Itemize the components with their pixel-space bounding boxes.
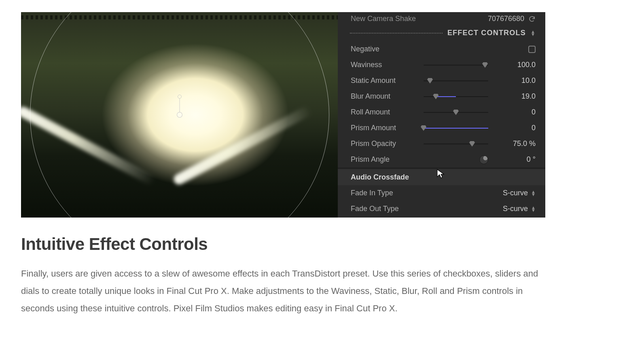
param-value[interactable]: 0 °	[493, 155, 536, 164]
dropdown-value: S-curve	[503, 189, 528, 197]
param-static-amount: Static Amount 10.0	[338, 73, 545, 89]
param-fade-out-type: Fade Out Type S-curve ▲▼	[338, 201, 545, 217]
param-label: Fade Out Type	[351, 205, 419, 213]
prism-angle-dial[interactable]	[479, 155, 488, 164]
param-label: Blur Amount	[351, 92, 419, 101]
dropdown-value: S-curve	[503, 205, 528, 213]
onscreen-control-center-handle[interactable]	[177, 112, 182, 118]
param-prism-angle: Prism Angle 0 °	[338, 152, 545, 167]
refresh-icon[interactable]	[528, 15, 536, 23]
prism-opacity-slider[interactable]	[424, 139, 488, 149]
fade-out-dropdown[interactable]: S-curve ▲▼	[479, 205, 536, 213]
waviness-slider[interactable]	[424, 60, 488, 70]
fade-in-dropdown[interactable]: S-curve ▲▼	[479, 189, 536, 197]
param-value[interactable]: 19.0	[493, 92, 536, 101]
param-waviness: Waviness 100.0	[338, 57, 545, 73]
param-prism-amount: Prism Amount 0	[338, 120, 545, 136]
param-prism-opacity: Prism Opacity 75.0 %	[338, 136, 545, 152]
param-value[interactable]: 10.0	[493, 76, 536, 85]
effect-id: 707676680	[488, 15, 524, 23]
subsection-title: Audio Crossfade	[351, 173, 409, 182]
roll-slider[interactable]	[424, 108, 488, 117]
param-value[interactable]: 75.0 %	[493, 139, 536, 148]
article-heading: Intuitive Effect Controls	[21, 235, 623, 254]
param-label: Prism Amount	[351, 124, 419, 132]
article-body: Finally, users are given access to a sle…	[21, 265, 547, 317]
effect-inspector: New Camera Shake 707676680 EFFECT CONTRO…	[338, 12, 545, 218]
param-roll-amount: Roll Amount 0	[338, 104, 545, 120]
param-label: Roll Amount	[351, 108, 419, 116]
param-value[interactable]: 0	[493, 108, 536, 116]
param-label: Waviness	[351, 61, 419, 69]
audio-crossfade-header[interactable]: Audio Crossfade	[338, 169, 545, 185]
dropdown-arrows-icon: ▲▼	[531, 190, 536, 196]
blur-slider[interactable]	[424, 92, 488, 101]
effect-name: New Camera Shake	[351, 15, 416, 23]
param-label: Static Amount	[351, 76, 419, 85]
param-value[interactable]: 0	[493, 124, 536, 132]
disclosure-arrows-icon[interactable]: ▲▼	[531, 30, 536, 36]
app-screenshot: New Camera Shake 707676680 EFFECT CONTRO…	[21, 12, 545, 218]
dotted-rule	[350, 33, 443, 34]
param-fade-in-type: Fade In Type S-curve ▲▼	[338, 185, 545, 201]
param-label: Negative	[351, 45, 419, 53]
static-slider[interactable]	[424, 76, 488, 86]
effect-controls-header[interactable]: EFFECT CONTROLS ▲▼	[338, 27, 545, 41]
dropdown-arrows-icon: ▲▼	[531, 206, 536, 212]
param-label: Fade In Type	[351, 189, 419, 197]
param-label: Prism Angle	[351, 155, 419, 164]
param-blur-amount: Blur Amount 19.0	[338, 89, 545, 104]
param-value[interactable]: 100.0	[493, 61, 536, 69]
prism-slider[interactable]	[424, 123, 488, 133]
video-preview[interactable]	[21, 12, 338, 218]
negative-checkbox[interactable]	[528, 46, 536, 53]
param-negative: Negative	[338, 41, 545, 57]
section-title: EFFECT CONTROLS	[447, 29, 526, 37]
param-label: Prism Opacity	[351, 139, 419, 148]
